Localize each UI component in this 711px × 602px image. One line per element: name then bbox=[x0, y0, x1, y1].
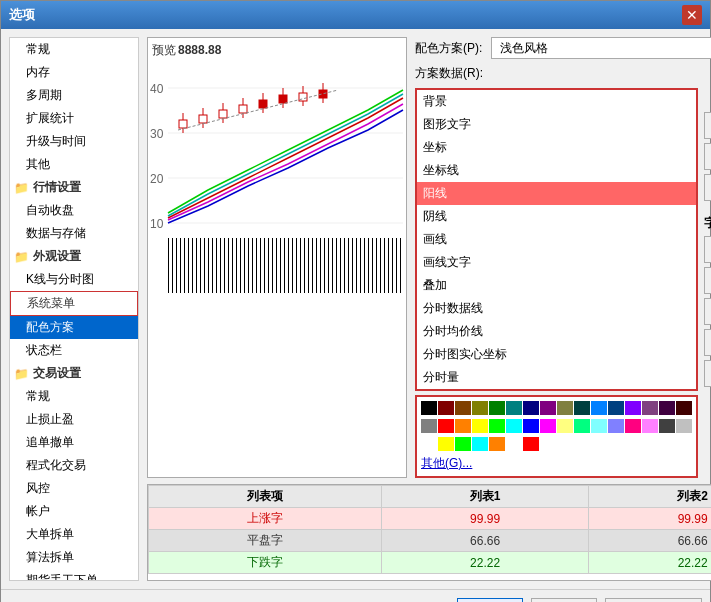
color-cell[interactable] bbox=[659, 401, 675, 415]
tree-item-datastorage[interactable]: 数据与存储 bbox=[10, 222, 138, 245]
export-btn[interactable]: 导出方案 bbox=[704, 143, 711, 170]
tree-item-colorscheme[interactable]: 配色方案 bbox=[10, 316, 138, 339]
color-cell[interactable] bbox=[455, 401, 471, 415]
confirm-button[interactable]: 确定 bbox=[457, 598, 523, 602]
tree-item-extstats[interactable]: 扩展统计 bbox=[10, 107, 138, 130]
color-cell[interactable] bbox=[472, 401, 488, 415]
tree-item-general[interactable]: 常规 bbox=[10, 38, 138, 61]
tree-item-stoploss[interactable]: 止损止盈 bbox=[10, 408, 138, 431]
other-link[interactable]: 其他(G)... bbox=[421, 456, 472, 470]
color-palette: 其他(G)... bbox=[415, 395, 698, 478]
color-cell[interactable] bbox=[540, 419, 556, 433]
tree-item-upgrade[interactable]: 升级与时间 bbox=[10, 130, 138, 153]
color-cell[interactable] bbox=[676, 401, 692, 415]
tree-item-statusbar[interactable]: 状态栏 bbox=[10, 339, 138, 362]
scheme-item-drawtext[interactable]: 画线文字 bbox=[417, 251, 696, 274]
font-btn-news[interactable]: 资讯字体 bbox=[704, 298, 711, 325]
tree-item-autodisk[interactable]: 自动收盘 bbox=[10, 199, 138, 222]
tree-item-kline[interactable]: K线与分时图 bbox=[10, 268, 138, 291]
color-cell[interactable] bbox=[540, 401, 556, 415]
tree-item-algoorder[interactable]: 算法拆单 bbox=[10, 546, 138, 569]
color-cell[interactable] bbox=[489, 419, 505, 433]
cancel-button[interactable]: 取消 bbox=[531, 598, 597, 602]
color-cell[interactable] bbox=[438, 401, 454, 415]
tree-item-riskctrl[interactable]: 风控 bbox=[10, 477, 138, 500]
color-cell[interactable] bbox=[557, 401, 573, 415]
color-cell-row3[interactable] bbox=[421, 437, 437, 451]
color-cell-row3[interactable] bbox=[489, 437, 505, 451]
color-cell[interactable] bbox=[574, 401, 590, 415]
tree-item-multiperiod[interactable]: 多周期 bbox=[10, 84, 138, 107]
tree-item-trade_settings[interactable]: 📁行情设置 bbox=[10, 176, 138, 199]
color-cell[interactable] bbox=[591, 401, 607, 415]
font-btn-dynamic[interactable]: 动态行情 bbox=[704, 329, 711, 356]
color-cell-row3[interactable] bbox=[438, 437, 454, 451]
color-cell[interactable] bbox=[625, 419, 641, 433]
table-cell-label: 下跌字 bbox=[149, 552, 382, 574]
tree-item-label-memory: 内存 bbox=[26, 64, 50, 81]
scheme-select[interactable]: 浅色风格 深色风格 经典风格 bbox=[491, 37, 711, 59]
scheme-item-charttext[interactable]: 图形文字 bbox=[417, 113, 696, 136]
tree-item-sysscreen[interactable]: 系统菜单 bbox=[10, 291, 138, 316]
close-button[interactable]: ✕ bbox=[682, 5, 702, 25]
color-cell[interactable] bbox=[659, 419, 675, 433]
preview-chart: 8888.88 40 30 20 10 bbox=[148, 38, 407, 298]
color-cell-row3[interactable] bbox=[472, 437, 488, 451]
col-header-2: 列表2 bbox=[589, 486, 711, 508]
color-cell[interactable] bbox=[421, 419, 437, 433]
color-cell[interactable] bbox=[472, 419, 488, 433]
scheme-item-overlay[interactable]: 叠加 bbox=[417, 274, 696, 297]
color-cell[interactable] bbox=[506, 419, 522, 433]
color-cell[interactable] bbox=[523, 419, 539, 433]
color-cell[interactable] bbox=[421, 401, 437, 415]
reset-btn[interactable]: 恢复初始设置 bbox=[704, 174, 711, 201]
color-cell[interactable] bbox=[523, 401, 539, 415]
tree-item-progtrade[interactable]: 程式化交易 bbox=[10, 454, 138, 477]
scheme-item-axis[interactable]: 坐标 bbox=[417, 136, 696, 159]
font-btn-graphic[interactable]: 图形字体 bbox=[704, 236, 711, 263]
tree-item-futuresmanual[interactable]: 期货手工下单 bbox=[10, 569, 138, 581]
tree-item-bigorder[interactable]: 大单拆单 bbox=[10, 523, 138, 546]
color-cell-row3[interactable] bbox=[506, 437, 522, 451]
color-cell[interactable] bbox=[642, 419, 658, 433]
color-cell[interactable] bbox=[438, 419, 454, 433]
color-cell[interactable] bbox=[557, 419, 573, 433]
tree-item-label-bigorder: 大单拆单 bbox=[26, 526, 74, 543]
color-cell[interactable] bbox=[591, 419, 607, 433]
tree-item-trade_general[interactable]: 常规 bbox=[10, 385, 138, 408]
color-cell[interactable] bbox=[608, 419, 624, 433]
scheme-item-mindataline[interactable]: 分时数据线 bbox=[417, 297, 696, 320]
tree-item-followorder[interactable]: 追单撤单 bbox=[10, 431, 138, 454]
color-cell[interactable] bbox=[642, 401, 658, 415]
tree-item-account[interactable]: 帐户 bbox=[10, 500, 138, 523]
scheme-item-minchartaxis[interactable]: 分时图实心坐标 bbox=[417, 343, 696, 366]
help-button[interactable]: 需要帮助? bbox=[605, 598, 702, 602]
tree-item-label-followorder: 追单撤单 bbox=[26, 434, 74, 451]
import-btn[interactable]: 导入方案 bbox=[704, 112, 711, 139]
font-btn-list[interactable]: 列表字体 bbox=[704, 267, 711, 294]
scheme-item-minavgline[interactable]: 分时均价线 bbox=[417, 320, 696, 343]
color-cell[interactable] bbox=[676, 419, 692, 433]
scheme-item-drawline[interactable]: 画线 bbox=[417, 228, 696, 251]
tree-item-trade_set[interactable]: 📁交易设置 bbox=[10, 362, 138, 385]
color-cell[interactable] bbox=[608, 401, 624, 415]
color-cell-row3[interactable] bbox=[540, 437, 556, 451]
color-cell-row3[interactable] bbox=[455, 437, 471, 451]
scheme-item-yinline[interactable]: 阴线 bbox=[417, 205, 696, 228]
color-cell[interactable] bbox=[625, 401, 641, 415]
scheme-item-bg[interactable]: 背景 bbox=[417, 90, 696, 113]
scheme-item-axisline[interactable]: 坐标线 bbox=[417, 159, 696, 182]
tree-item-ui_settings[interactable]: 📁外观设置 bbox=[10, 245, 138, 268]
color-cell[interactable] bbox=[489, 401, 505, 415]
color-cell[interactable] bbox=[455, 419, 471, 433]
scheme-list-wrapper: 背景图形文字坐标坐标线阳线阴线画线画线文字叠加分时数据线分时均价线分时图实心坐标… bbox=[415, 88, 698, 478]
tree-item-memory[interactable]: 内存 bbox=[10, 61, 138, 84]
font-btn-trade[interactable]: 成交明细 bbox=[704, 360, 711, 387]
scheme-item-yangline[interactable]: 阳线 bbox=[417, 182, 696, 205]
scheme-item-mintime[interactable]: 分时量 bbox=[417, 366, 696, 389]
col-header-0: 列表项 bbox=[149, 486, 382, 508]
color-cell[interactable] bbox=[506, 401, 522, 415]
color-cell-row3[interactable] bbox=[523, 437, 539, 451]
tree-item-other[interactable]: 其他 bbox=[10, 153, 138, 176]
color-cell[interactable] bbox=[574, 419, 590, 433]
